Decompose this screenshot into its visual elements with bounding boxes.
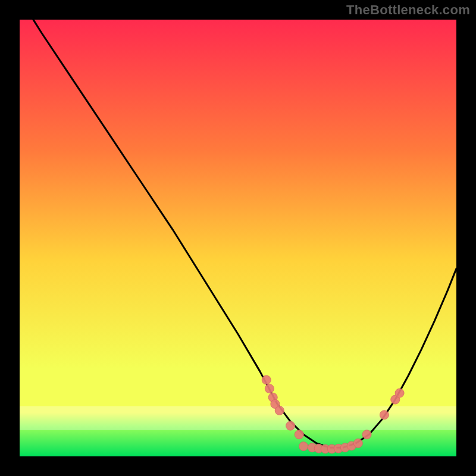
data-marker xyxy=(265,384,274,393)
highlight-band xyxy=(20,406,456,430)
data-marker xyxy=(353,439,362,447)
gradient-background xyxy=(20,20,456,456)
attribution-label: TheBottleneck.com xyxy=(346,2,470,18)
data-marker xyxy=(286,421,295,430)
plot-area xyxy=(20,20,456,456)
data-marker xyxy=(262,375,271,384)
data-marker xyxy=(299,442,308,451)
plot-svg xyxy=(20,20,456,456)
data-marker xyxy=(380,411,389,419)
data-marker xyxy=(275,406,284,415)
data-marker xyxy=(295,430,303,439)
data-marker xyxy=(362,430,371,439)
data-marker xyxy=(395,389,404,397)
chart-frame: TheBottleneck.com xyxy=(0,0,476,476)
